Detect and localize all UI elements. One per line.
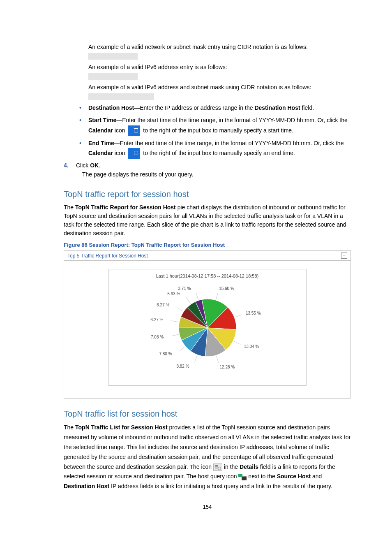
text: icon [113,127,127,133]
text: next to the [247,473,277,480]
pie-slice-label: 13.04 % [244,344,259,349]
svg-line-7 [171,321,178,322]
text: to the right of the input box to manuall… [141,127,293,133]
panel-body: Last 1 hour(2014-08-12 17:58 -- 2014-08-… [64,261,350,398]
pie-slice-label: 3.71 % [178,286,191,291]
section-heading-topn-report: TopN traffic report for session host [64,190,351,199]
figure-caption: Figure 86 Session Report: TopN Traffic R… [64,242,351,248]
text: field. [300,104,314,111]
bullet-start-time: Start Time—Enter the start time of the t… [76,116,351,136]
intro-p2: An example of a valid IPv6 address entry… [88,63,351,72]
code-placeholder [88,53,138,60]
field-bullets: Destination Host—Enter the IP address or… [76,103,351,159]
code-placeholder [88,93,154,100]
pie-slice-label: 6.27 % [150,317,163,322]
ok-label: OK [90,162,99,169]
section2-paragraph: The TopN Traffic List for Session Host p… [64,423,351,491]
chart-title: Last 1 hour(2014-08-12 17:58 -- 2014-08-… [113,273,302,278]
step-followup: The page displays the results of your qu… [82,170,351,179]
svg-line-0 [216,292,218,299]
pie-slice-label: 5.63 % [167,292,180,296]
code-placeholder [88,73,138,80]
svg-line-1 [235,315,242,317]
collapse-icon[interactable]: − [341,253,347,259]
label: Start Time [88,117,116,123]
label: Calendar [88,127,113,133]
panel-header: Top 5 Traffic Report for Session Host − [64,251,350,261]
text: The [64,424,75,431]
step-number: 4. [64,162,76,169]
calendar-icon[interactable] [128,148,140,159]
step-text: Click OK. [76,162,100,169]
report-panel: Top 5 Traffic Report for Session Host − … [64,250,351,399]
calendar-icon[interactable] [128,125,140,136]
pie-slice-label: 6.27 % [157,303,169,307]
svg-line-10 [196,293,198,300]
page-number: 154 [64,504,351,510]
text: . [99,162,100,169]
bullet-destination-host: Destination Host—Enter the IP address or… [76,103,351,113]
pie-slice-label: 8.82 % [176,364,189,368]
svg-line-2 [234,341,240,345]
pie-slice-label: 15.60 % [219,286,234,291]
label: Calendar [88,150,113,156]
step-4: 4. Click OK. [64,162,351,169]
svg-line-5 [179,347,184,351]
chart-frame: Last 1 hour(2014-08-12 17:58 -- 2014-08-… [108,269,307,386]
document-page: An example of a valid network or subnet … [0,0,392,526]
details-icon[interactable] [213,463,222,471]
label: TopN Traffic List for Session Host [75,424,168,431]
text: —Enter the start time of the time range,… [116,117,348,123]
pie-slice-label: 13.55 % [246,311,261,315]
svg-line-8 [177,308,183,312]
pie-slice-label: 7.80 % [159,352,172,356]
text: The [64,204,75,211]
intro-block: An example of a valid network or subnet … [88,43,351,100]
intro-p3: An example of a valid IPv6 address and s… [88,83,351,92]
intro-p1: An example of a valid network or subnet … [88,43,351,51]
text: IP address fields is a link for initiati… [109,483,332,489]
text: —Enter the end time of the time range, i… [114,140,344,146]
text: and [311,473,322,480]
pie-chart[interactable]: 15.60 %13.55 %13.04 %12.28 %8.82 %7.80 %… [146,287,269,377]
panel-title: Top 5 Traffic Report for Session Host [67,253,148,259]
pie-slice-label: 7.03 % [151,335,164,339]
text: in the [222,463,240,470]
label: TopN Traffic Report for Session Host [75,204,176,211]
label: Destination Host [88,104,134,111]
svg-line-6 [171,334,179,336]
text: Click [76,162,90,169]
svg-line-3 [216,356,218,363]
text: to the right of the input box to manuall… [141,150,295,156]
host-query-icon[interactable] [238,474,247,480]
text: —Enter the IP address or address range i… [134,104,254,111]
bullet-end-time: End Time—Enter the end time of the time … [76,139,351,159]
label: Destination Host [254,104,300,111]
label: Details [240,463,258,470]
pie-slice-label: 12.28 % [220,365,235,369]
text: icon [113,150,127,156]
svg-line-4 [194,356,197,363]
section1-paragraph: The TopN Traffic Report for Session Host… [64,203,351,238]
label: Destination Host [64,483,109,489]
label: Source Host [277,473,311,480]
svg-line-9 [186,298,190,304]
label: End Time [88,140,114,146]
section-heading-topn-list: TopN traffic list for session host [64,409,351,419]
